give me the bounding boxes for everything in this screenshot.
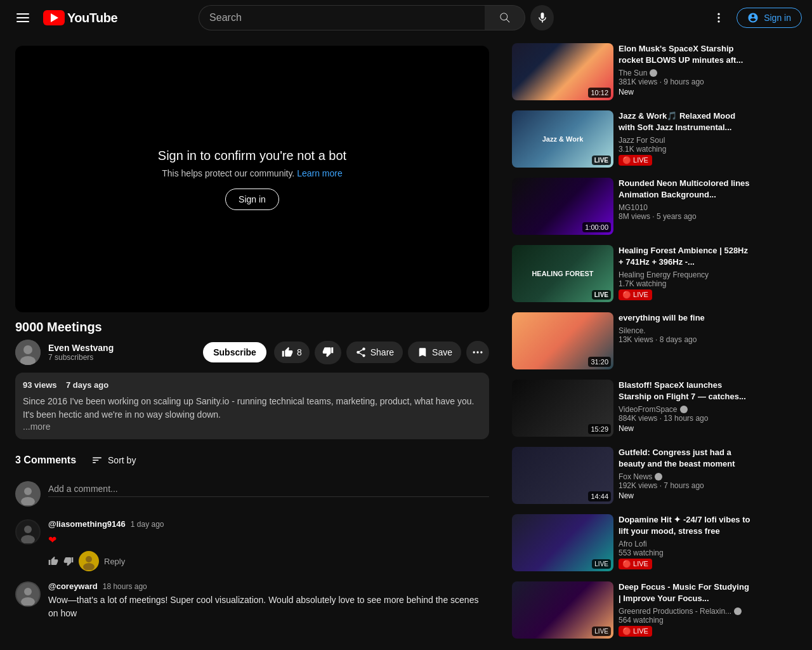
sort-icon [91, 454, 103, 466]
comment-body-1: @liasomething9146 1 day ago ❤ [48, 519, 489, 571]
comment-time-1: 1 day ago [131, 520, 164, 529]
search-box [199, 5, 525, 30]
header: YouTube Sign in [0, 0, 812, 36]
duration-badge: 15:29 [588, 424, 611, 434]
svg-point-45 [742, 518, 744, 520]
svg-point-46 [742, 521, 744, 523]
sidebar-video-6[interactable]: 15:29 Blastoff! SpaceX launches Starship… [509, 377, 753, 439]
comment-avatar-2 [15, 581, 41, 607]
user-avatar [15, 481, 41, 507]
sidebar-meta: 13K views · 8 days ago [619, 335, 750, 344]
sidebar-thumbnail: 1:00:00 [512, 178, 613, 235]
search-input[interactable] [199, 5, 485, 30]
sidebar-video-title: Rounded Neon Multicolored lines Animatio… [619, 178, 750, 201]
save-button[interactable]: Save [408, 342, 461, 363]
verified-icon [650, 69, 657, 77]
verified-icon [734, 607, 742, 615]
comment-input-row [15, 481, 489, 507]
sidebar-video-title: everything will be fine [619, 312, 750, 324]
dislike-button[interactable] [315, 341, 341, 364]
sidebar-video-title: Elon Musk's SpaceX Starship rocket BLOWS… [619, 43, 750, 66]
comment-like-button-1[interactable] [48, 556, 58, 566]
sidebar-video-1[interactable]: 10:12 Elon Musk's SpaceX Starship rocket… [509, 41, 753, 103]
reply-button-1[interactable]: Reply [104, 557, 125, 566]
sidebar-thumbnail: LIVE [512, 581, 613, 639]
sidebar-video-9[interactable]: LIVE Deep Focus - Music For Studying | I… [509, 579, 753, 641]
sidebar-video-7[interactable]: 14:44 Gutfeld: Congress just had a beaut… [509, 444, 753, 507]
comment-dislike-button-1[interactable] [63, 556, 74, 566]
sidebar-thumbnail: 15:29 [512, 380, 613, 437]
comments-count: 3 Comments [15, 454, 76, 466]
description-box[interactable]: 93 views 7 days ago Since 2016 I've been… [15, 373, 489, 439]
like-icon-1 [48, 556, 58, 566]
account-circle-icon [747, 12, 759, 23]
channel-avatar[interactable] [15, 340, 41, 365]
sidebar-info: Dopamine Hit ✦ -24/7 lofi vibes to lift … [619, 514, 750, 571]
main-content: Sign in to confirm you're not a bot This… [0, 36, 812, 650]
svg-point-42 [742, 451, 744, 453]
new-badge: New [619, 491, 750, 500]
live-indicator: 🔴 LIVE [619, 626, 652, 637]
sidebar-channel: The Sun [619, 69, 750, 77]
sidebar-video-5[interactable]: 31:20 everything will be fine Silence. 1… [509, 310, 753, 372]
sidebar-info: Blastoff! SpaceX launches Starship on Fl… [619, 380, 750, 437]
sidebar-video-8[interactable]: LIVE Dopamine Hit ✦ -24/7 lofi vibes to … [509, 512, 753, 574]
comment-author-2[interactable]: @coreyward [48, 581, 98, 591]
comment-header-2: @coreyward 18 hours ago [48, 581, 489, 591]
svg-point-36 [742, 316, 744, 318]
thumbs-up-icon [282, 347, 293, 358]
subscribe-button[interactable]: Subscribe [203, 342, 266, 362]
commenter-avatar-2 [16, 583, 39, 606]
svg-point-16 [24, 526, 32, 533]
svg-point-22 [24, 588, 32, 595]
comment-body-2: @coreyward 18 hours ago Wow—that's a lot… [48, 581, 489, 620]
sidebar-meta: 884K views · 13 hours ago [619, 414, 750, 423]
sort-button[interactable]: Sort by [86, 449, 141, 471]
svg-point-5 [718, 20, 720, 22]
like-button[interactable]: 8 [274, 342, 310, 363]
new-badge: New [619, 88, 750, 96]
svg-point-50 [742, 591, 744, 593]
hamburger-menu-button[interactable] [10, 5, 36, 30]
channel-info: Even Westvang 7 subscribers [48, 343, 195, 362]
channel-name[interactable]: Even Westvang [48, 343, 195, 353]
sign-in-button[interactable]: Sign in [737, 8, 802, 28]
sidebar-video-3[interactable]: 1:00:00 Rounded Neon Multicolored lines … [509, 175, 753, 237]
search-button[interactable] [485, 5, 525, 30]
sidebar-video-2[interactable]: Jazz & Work LIVE Jazz & Work🎵 Relaxed Mo… [509, 108, 753, 170]
sidebar-thumbnail: 14:44 [512, 447, 613, 504]
duration-badge: 1:00:00 [582, 222, 611, 232]
more-actions-button[interactable] [466, 341, 489, 364]
svg-point-3 [718, 13, 720, 15]
comment-author-1[interactable]: @liasomething9146 [48, 519, 126, 529]
sidebar-meta: 381K views · 9 hours ago [619, 77, 750, 86]
comment-input[interactable] [48, 481, 489, 497]
sidebar-info: Deep Focus - Music For Studying | Improv… [619, 581, 750, 639]
more-options-button[interactable] [706, 5, 731, 30]
sidebar-info: Healing Forest Ambience | 528Hz + 741Hz … [619, 245, 750, 302]
youtube-logo-text: YouTube [67, 11, 117, 25]
svg-point-26 [742, 53, 744, 55]
sidebar-thumbnail: LIVE [512, 514, 613, 571]
more-horiz-icon [471, 346, 484, 359]
youtube-logo[interactable]: YouTube [43, 10, 117, 25]
svg-point-41 [742, 389, 744, 391]
more-vert-icon [738, 315, 748, 325]
svg-point-34 [742, 252, 744, 254]
bookmark-icon [417, 347, 428, 358]
video-player[interactable]: Sign in to confirm you're not a bot This… [15, 46, 489, 312]
svg-point-27 [742, 114, 744, 116]
sidebar-video-4[interactable]: HEALING FOREST LIVE Healing Forest Ambie… [509, 242, 753, 305]
sidebar-channel: MG1010 [619, 203, 750, 212]
sign-in-overlay-button[interactable]: Sign in [225, 189, 279, 210]
sidebar-meta: 553 watching [619, 548, 750, 557]
share-button[interactable]: Share [346, 342, 403, 363]
sidebar-info: everything will be fine Silence. 13K vie… [619, 312, 750, 369]
user-avatar-icon [16, 482, 39, 505]
sidebar-channel: VideoFromSpace [619, 405, 750, 414]
description-more[interactable]: ...more [23, 421, 481, 432]
svg-point-44 [742, 456, 744, 458]
like-count: 8 [297, 347, 302, 357]
mic-button[interactable] [530, 5, 554, 30]
learn-more-link[interactable]: Learn more [297, 168, 343, 178]
